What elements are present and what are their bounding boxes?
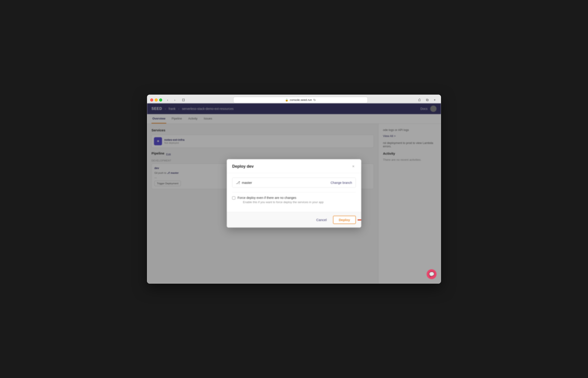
url-text: console.seed.run xyxy=(290,98,312,102)
branch-icon: ⎇ xyxy=(236,180,240,185)
deploy-button-wrapper: Deploy xyxy=(333,216,356,224)
arrow-body xyxy=(358,219,361,220)
browser-window: ‹ › ⊡ 🔒 console.seed.run ↻ ⎙ ⧉ + SEED › xyxy=(147,94,441,284)
close-window-button[interactable] xyxy=(150,98,153,102)
branch-left: ⎇ master xyxy=(236,180,252,185)
chat-icon: 💬 xyxy=(429,271,434,277)
deploy-button[interactable]: Deploy xyxy=(333,216,356,224)
maximize-window-button[interactable] xyxy=(159,98,162,102)
force-deploy-label: Force deploy even if there are no change… xyxy=(237,196,324,200)
back-button[interactable]: ‹ xyxy=(165,97,171,102)
change-branch-button[interactable]: Change branch xyxy=(330,181,352,185)
modal-title: Deploy dev xyxy=(232,164,254,169)
modal-close-button[interactable]: × xyxy=(351,164,356,169)
nav-buttons: ‹ › xyxy=(165,97,178,102)
lock-icon: 🔒 xyxy=(285,98,288,102)
share-button[interactable]: ⎙ xyxy=(416,97,423,102)
traffic-lights xyxy=(150,98,162,102)
app-content: SEED › frank › serverless-stack-demo-ext… xyxy=(147,103,441,284)
modal-body: ⎇ master Change branch Force deploy even… xyxy=(227,173,361,212)
browser-chrome: ‹ › ⊡ 🔒 console.seed.run ↻ ⎙ ⧉ + xyxy=(147,94,441,103)
new-tab-button[interactable]: ⧉ xyxy=(424,97,430,102)
address-bar[interactable]: 🔒 console.seed.run ↻ xyxy=(233,97,368,103)
cancel-button[interactable]: Cancel xyxy=(313,216,330,224)
minimize-window-button[interactable] xyxy=(155,98,158,102)
branch-selector: ⎇ master Change branch xyxy=(232,177,356,188)
deploy-modal: Deploy dev × ⎇ master Change branch xyxy=(227,159,361,228)
forward-button[interactable]: › xyxy=(172,97,178,102)
modal-overlay[interactable]: Deploy dev × ⎇ master Change branch xyxy=(147,103,441,284)
branch-name: master xyxy=(242,181,252,185)
sidebar-toggle-button[interactable]: ⊡ xyxy=(180,97,186,102)
force-deploy-description: Enable this if you want to force deploy … xyxy=(243,201,324,204)
force-deploy-section: Force deploy even if there are no change… xyxy=(232,192,356,207)
refresh-button[interactable]: ↻ xyxy=(313,98,316,102)
chat-bubble-button[interactable]: 💬 xyxy=(427,269,436,279)
add-tab-button[interactable]: + xyxy=(431,97,438,102)
modal-footer: Cancel Deploy xyxy=(227,212,361,228)
force-deploy-row: Force deploy even if there are no change… xyxy=(232,196,356,204)
force-deploy-checkbox[interactable] xyxy=(232,196,235,200)
modal-header: Deploy dev × xyxy=(227,159,361,173)
arrow-annotation xyxy=(358,218,361,222)
